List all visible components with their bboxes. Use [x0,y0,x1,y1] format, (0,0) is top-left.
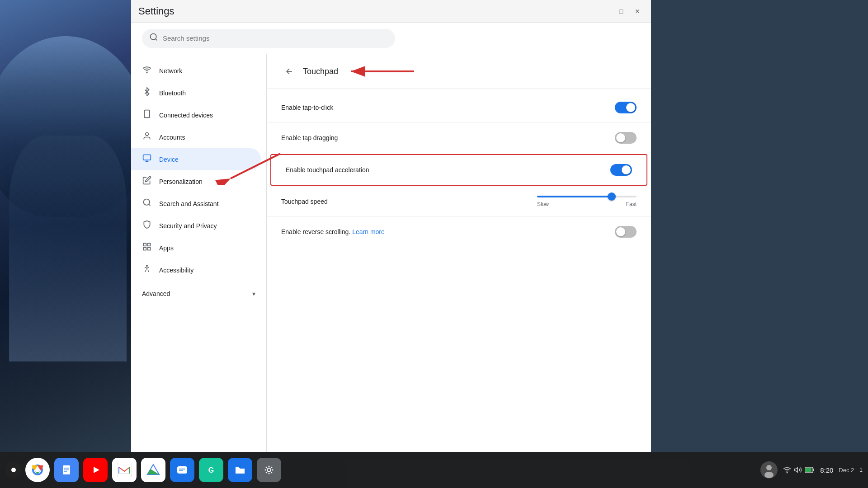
taskbar-app-messages[interactable] [170,458,194,482]
svg-rect-60 [813,469,814,471]
shield-icon [142,220,152,231]
svg-point-0 [151,34,156,40]
svg-text:G: G [208,466,214,474]
content-area: Touchpad Enable tap-to-click [267,54,651,452]
battery-status-icon: 1 [805,467,815,473]
touchpad-speed-label: Touchpad speed [281,198,328,205]
content-header: Touchpad [267,54,651,89]
search-bar[interactable] [142,29,395,48]
taskbar-date: Dec 2 [839,467,854,474]
maximize-button[interactable]: □ [615,5,627,18]
taskbar-app-drive[interactable] [141,458,165,482]
svg-rect-3 [144,110,150,118]
svg-rect-11 [144,244,146,246]
sidebar-item-connected-devices[interactable]: Connected devices [131,104,261,126]
minimize-button[interactable]: — [599,5,611,18]
tap-dragging-row: Enable tap dragging [267,123,651,153]
taskbar-app-settings[interactable] [257,458,281,482]
sidebar-item-network-label: Network [159,67,182,75]
touchpad-speed-slider[interactable]: Slow Fast [537,196,637,207]
taskbar-app-chrome[interactable] [25,458,50,482]
taskbar-app-grammarly[interactable]: G [199,458,223,482]
svg-point-49 [272,469,274,471]
reverse-scrolling-row: Enable reverse scrolling. Learn more [267,217,651,247]
reverse-scrolling-toggle[interactable] [615,226,637,238]
touchpad-speed-row: Touchpad speed Slow Fast [267,187,651,217]
svg-rect-12 [148,244,151,246]
grid-icon [142,242,152,253]
main-content: Network Bluetooth Connected devices [131,54,651,452]
tap-to-click-row: Enable tap-to-click [267,93,651,123]
sidebar-item-personalization[interactable]: Personalization [131,170,261,192]
edit-icon [142,176,152,187]
svg-point-53 [271,467,272,468]
touchpad-acceleration-row: Enable touchpad acceleration [270,154,647,186]
search-input[interactable] [163,34,388,42]
sidebar-item-accounts[interactable]: Accounts [131,126,261,148]
sidebar-item-network[interactable]: Network [131,60,261,82]
svg-point-55 [766,465,772,470]
sidebar-item-search-assistant-label: Search and Assistant [159,200,219,207]
tap-dragging-toggle[interactable] [615,132,637,144]
close-button[interactable]: ✕ [631,5,644,18]
sidebar-item-device[interactable]: Device [131,148,261,170]
svg-point-15 [146,265,148,267]
chevron-down-icon: ▾ [252,290,255,297]
speed-fast-label: Fast [626,201,637,207]
svg-point-46 [269,466,270,467]
svg-point-2 [146,72,147,73]
taskbar-app-youtube[interactable] [83,458,108,482]
svg-point-50 [266,467,267,468]
status-icons: 1 [783,466,815,474]
annotation-arrow-touchpad [347,65,415,78]
svg-rect-61 [805,468,811,472]
svg-point-51 [271,472,272,473]
learn-more-link[interactable]: Learn more [352,228,385,235]
sidebar-item-apps[interactable]: Apps [131,237,261,259]
accessibility-icon [142,264,152,276]
svg-line-1 [156,39,157,41]
svg-point-52 [266,472,267,473]
sidebar-item-bluetooth-label: Bluetooth [159,89,186,97]
wallpaper [0,0,131,452]
svg-rect-6 [143,155,151,160]
sidebar-item-security-privacy[interactable]: Security and Privacy [131,215,261,237]
window-title: Settings [138,5,175,17]
sidebar-item-accessibility[interactable]: Accessibility [131,259,261,281]
launcher-button[interactable] [5,462,22,478]
taskbar-avatar[interactable] [760,461,778,479]
taskbar-app-docs[interactable] [54,458,79,482]
taskbar-app-gmail[interactable] [112,458,137,482]
notification-label: 1 [859,467,863,473]
svg-rect-38 [177,466,187,474]
svg-line-10 [149,204,151,206]
person-icon [142,131,152,143]
svg-rect-44 [262,463,276,477]
svg-point-5 [146,133,149,136]
taskbar-app-files[interactable] [228,458,252,482]
svg-rect-14 [148,248,151,250]
touchpad-acceleration-label: Enable touchpad acceleration [286,166,369,174]
back-button[interactable] [281,63,297,80]
volume-status-icon [794,466,802,474]
wifi-status-icon [783,466,791,474]
header [131,23,651,54]
content-title: Touchpad [303,67,338,76]
tap-to-click-toggle[interactable] [615,102,637,113]
svg-point-48 [265,469,266,471]
sidebar-advanced[interactable]: Advanced ▾ [131,285,266,303]
settings-window: Settings — □ ✕ [131,0,651,452]
sidebar-item-apps-label: Apps [159,244,174,252]
svg-point-57 [787,472,788,473]
taskbar: G [0,452,868,488]
touchpad-acceleration-toggle[interactable] [610,164,632,176]
tap-dragging-label: Enable tap dragging [281,134,338,141]
settings-section: Enable tap-to-click Enable tap dragging [267,89,651,251]
sidebar-item-device-label: Device [159,156,179,163]
svg-marker-58 [795,468,798,473]
taskbar-time: 8:20 [820,466,833,474]
sidebar-item-bluetooth[interactable]: Bluetooth [131,82,261,104]
sidebar-item-search-assistant[interactable]: Search and Assistant [131,192,261,215]
svg-point-9 [144,199,150,205]
taskbar-right: 1 8:20 Dec 2 1 [760,461,863,479]
